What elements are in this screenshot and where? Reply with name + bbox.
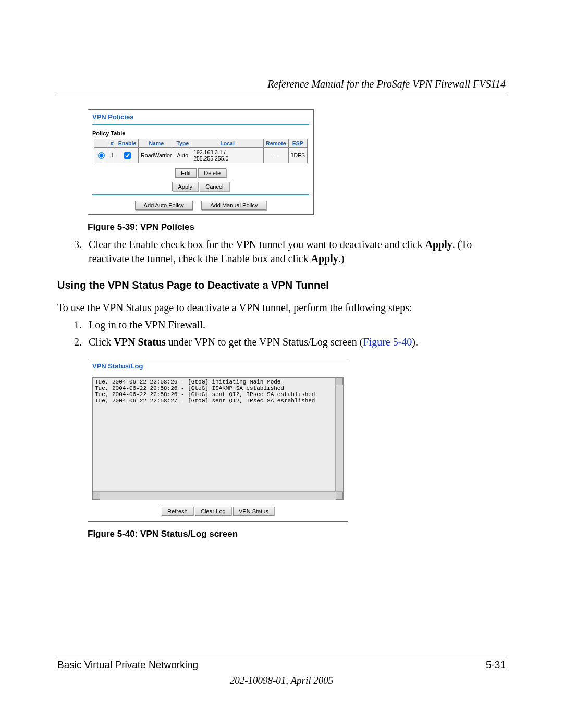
- policy-table-label: Policy Table: [88, 128, 313, 139]
- cell-local: 192.168.3.1 / 255.255.255.0: [191, 148, 264, 163]
- cell-esp: 3DES: [288, 148, 307, 163]
- add-auto-policy-button[interactable]: Add Auto Policy: [135, 201, 193, 210]
- text: ).: [412, 336, 418, 348]
- cell-name: RoadWarrior: [139, 148, 174, 163]
- enable-checkbox[interactable]: [124, 152, 131, 159]
- clear-log-button[interactable]: Clear Log: [195, 507, 231, 516]
- text: Click: [89, 336, 114, 348]
- text: .): [338, 253, 345, 264]
- header-rule: [57, 92, 506, 92]
- item-number: 3.: [74, 238, 89, 266]
- delete-button[interactable]: Delete: [198, 168, 226, 178]
- text: under VPN to get the VPN Status/Log scre…: [166, 336, 363, 348]
- col-name: Name: [139, 139, 174, 148]
- text: Log in to the VPN Firewall.: [89, 318, 506, 332]
- col-type: Type: [174, 139, 191, 148]
- item-number: 2.: [74, 335, 89, 349]
- footer-rule: [57, 656, 506, 656]
- divider: [92, 194, 309, 195]
- intro-text: To use the VPN Status page to deactivate…: [57, 301, 506, 315]
- row-select-radio[interactable]: [98, 152, 105, 159]
- refresh-button[interactable]: Refresh: [162, 507, 193, 516]
- col-esp: ESP: [288, 139, 307, 148]
- vpn-status-button[interactable]: VPN Status: [233, 507, 274, 516]
- item-number: 1.: [74, 318, 89, 332]
- doc-id: 202-10098-01, April 2005: [57, 675, 506, 686]
- figure-caption: Figure 5-39: VPN Policies: [88, 222, 506, 232]
- add-manual-policy-button[interactable]: Add Manual Policy: [201, 201, 266, 210]
- page-number: 5-31: [486, 659, 506, 671]
- cell-remote: ---: [264, 148, 289, 163]
- table-row: 1 RoadWarrior Auto 192.168.3.1 / 255.255…: [94, 148, 308, 163]
- vpn-policies-panel: VPN Policies Policy Table # Enable Name …: [88, 109, 314, 215]
- col-remote: Remote: [264, 139, 289, 148]
- bold: VPN Status: [114, 336, 165, 348]
- cancel-button[interactable]: Cancel: [200, 182, 229, 191]
- col-enable: Enable: [116, 139, 138, 148]
- bold: Apply: [311, 253, 338, 264]
- horizontal-scrollbar[interactable]: [93, 491, 343, 500]
- doc-header: Reference Manual for the ProSafe VPN Fir…: [267, 78, 506, 90]
- cell-num: 1: [108, 148, 116, 163]
- panel-title: VPN Policies: [88, 110, 313, 123]
- section-heading: Using the VPN Status Page to Deactivate …: [57, 279, 506, 291]
- text: Clear the Enable check box for the VPN t…: [89, 239, 425, 250]
- panel-title: VPN Status/Log: [88, 359, 348, 372]
- log-textarea[interactable]: Tue, 2004-06-22 22:58:26 - [GtoG] initia…: [92, 377, 344, 500]
- edit-button[interactable]: Edit: [175, 168, 197, 178]
- col-local: Local: [191, 139, 264, 148]
- list-item: 2. Click VPN Status under VPN to get the…: [74, 335, 506, 349]
- bold: Apply: [425, 239, 452, 250]
- cell-type: Auto: [174, 148, 191, 163]
- list-item: 1. Log in to the VPN Firewall.: [74, 318, 506, 332]
- figure-reference-link[interactable]: Figure 5-40: [363, 336, 412, 348]
- divider: [92, 124, 309, 125]
- figure-caption: Figure 5-40: VPN Status/Log screen: [88, 529, 506, 539]
- footer-section: Basic Virtual Private Networking: [57, 659, 198, 671]
- list-item: 3. Clear the Enable check box for the VP…: [74, 238, 506, 266]
- vertical-scrollbar[interactable]: [335, 378, 343, 491]
- apply-button[interactable]: Apply: [172, 182, 198, 191]
- vpn-status-log-panel: VPN Status/Log Tue, 2004-06-22 22:58:26 …: [88, 359, 348, 522]
- policy-table: # Enable Name Type Local Remote ESP 1 Ro…: [94, 139, 308, 163]
- col-num: #: [108, 139, 116, 148]
